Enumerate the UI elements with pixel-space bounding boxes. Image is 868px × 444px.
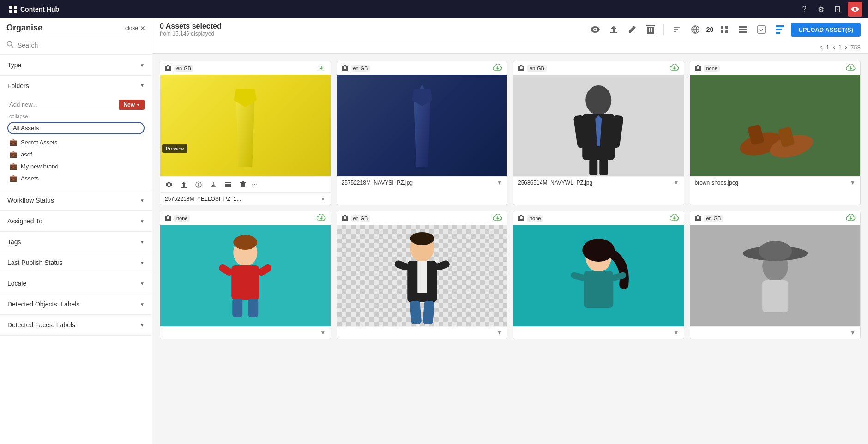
- prev-page-button[interactable]: ‹: [819, 43, 824, 51]
- chevron-down-icon: ▼: [140, 240, 145, 245]
- asset-meta: en-GB: [695, 215, 723, 222]
- asset-card-header: none: [160, 211, 331, 225]
- hover-delete-icon[interactable]: [237, 179, 249, 191]
- search-icon: [6, 41, 14, 50]
- chevron-down-icon: ▼: [140, 281, 145, 286]
- asset-card[interactable]: en-GB: [337, 211, 508, 339]
- asset-card-header: en-GB: [160, 61, 331, 75]
- cloud-icon: [846, 64, 856, 72]
- filter-publish-header[interactable]: Last Publish Status ▼: [0, 252, 152, 273]
- folder-item-my-new-brand[interactable]: 💼 My new brand: [7, 160, 145, 172]
- hover-list-icon[interactable]: [222, 179, 234, 191]
- globe-icon[interactable]: [688, 22, 703, 37]
- asset-image: [160, 225, 331, 326]
- asset-card[interactable]: en-GB: [513, 61, 684, 205]
- view-count: 20: [706, 26, 714, 33]
- hover-info-icon[interactable]: [193, 179, 205, 191]
- filter-folders: Folders ▲ New ▼ collapse All Assets 💼: [0, 76, 152, 190]
- filter-objects-header[interactable]: Detected Objects: Labels ▼: [0, 294, 152, 314]
- svg-rect-46: [410, 300, 422, 324]
- list-view-icon[interactable]: [735, 22, 750, 37]
- asset-image: [513, 225, 684, 326]
- svg-point-41: [410, 232, 434, 245]
- help-icon[interactable]: ?: [798, 3, 811, 16]
- folder-item-assets[interactable]: 💼 Assets: [7, 172, 145, 184]
- footer-chevron-icon[interactable]: ▼: [497, 330, 502, 336]
- filter-faces-label: Detected Faces: Labels: [7, 321, 75, 329]
- footer-chevron-icon[interactable]: ▼: [320, 196, 326, 202]
- prev-arrow[interactable]: ‹: [831, 43, 836, 51]
- locale-badge: en-GB: [527, 65, 547, 72]
- hover-preview-icon[interactable]: [163, 179, 175, 191]
- asset-card[interactable]: none brown-shoes.jpeg: [690, 61, 861, 205]
- filter-faces-header[interactable]: Detected Faces: Labels ▼: [0, 315, 152, 335]
- filter-type-header[interactable]: Type ▼: [0, 55, 152, 75]
- close-icon: ✕: [140, 24, 145, 32]
- settings-icon[interactable]: ⚙: [814, 3, 827, 16]
- filter-tags-header[interactable]: Tags ▼: [0, 232, 152, 252]
- hover-upload-icon[interactable]: [178, 179, 190, 191]
- footer-chevron-icon[interactable]: ▼: [497, 180, 502, 186]
- asset-footer: 25752218M_NAVYSI_PZ.jpg ▼: [337, 176, 507, 189]
- asset-card-header: none: [690, 61, 861, 75]
- asset-card[interactable]: en-GB: [337, 61, 508, 205]
- folder-item-asdf[interactable]: 💼 asdf: [7, 148, 145, 160]
- asset-card[interactable]: none: [160, 211, 331, 339]
- svg-point-22: [585, 85, 611, 115]
- upload-toolbar-icon[interactable]: [606, 22, 621, 37]
- filter-view-icon[interactable]: [772, 22, 787, 37]
- filter-workflow-label: Workflow Status: [7, 197, 54, 204]
- sidebar-header: Organise close ✕: [0, 18, 152, 36]
- asset-card[interactable]: en-GB: [690, 211, 861, 339]
- filter-locale-header[interactable]: Locale ▼: [0, 273, 152, 294]
- footer-chevron-icon[interactable]: ▼: [850, 180, 856, 186]
- asset-image: [337, 75, 507, 176]
- filter-assigned: Assigned To ▼: [0, 211, 152, 232]
- filter-locale-label: Locale: [7, 280, 26, 287]
- asset-card[interactable]: none: [513, 211, 684, 339]
- upload-button[interactable]: UPLOAD ASSET(S): [791, 23, 861, 37]
- asset-image: [160, 75, 331, 176]
- filter-assigned-header[interactable]: Assigned To ▼: [0, 211, 152, 231]
- svg-rect-51: [570, 271, 586, 282]
- content-toolbar: 0 Assets selected from 15,146 displayed: [152, 18, 868, 41]
- folder-item-all-assets[interactable]: All Assets: [7, 122, 145, 134]
- asset-name: 25752218M_NAVYSI_PZ.jpg: [342, 180, 495, 186]
- search-input[interactable]: [18, 42, 145, 49]
- sort-icon[interactable]: [669, 22, 684, 37]
- asset-name: 25686514M_NAVYWL_PZ.jpg: [518, 180, 672, 186]
- edit-toolbar-icon[interactable]: [625, 22, 639, 37]
- collapse-link[interactable]: collapse: [7, 114, 145, 122]
- hover-download-icon[interactable]: [207, 179, 219, 191]
- export-icon[interactable]: [831, 3, 844, 16]
- checkbox-view-icon[interactable]: [754, 22, 769, 37]
- footer-chevron-icon[interactable]: ▼: [674, 330, 679, 336]
- folder-icon: 💼: [9, 174, 17, 182]
- footer-chevron-icon[interactable]: ▼: [850, 330, 856, 336]
- asset-card-header: en-GB: [337, 61, 507, 75]
- close-button[interactable]: close ✕: [125, 24, 145, 32]
- grid-view-icon[interactable]: [717, 22, 732, 37]
- asset-meta: none: [695, 65, 720, 72]
- asset-image: [337, 225, 507, 326]
- svg-rect-38: [232, 299, 242, 317]
- delete-toolbar-icon[interactable]: [643, 22, 658, 37]
- next-arrow[interactable]: ›: [844, 43, 849, 51]
- hover-more-icon[interactable]: ···: [252, 180, 258, 189]
- filter-workflow-header[interactable]: Workflow Status ▼: [0, 190, 152, 210]
- asset-meta: en-GB: [518, 65, 547, 72]
- svg-line-1: [12, 46, 14, 48]
- folder-item-secret-assets[interactable]: 💼 Secret Assets: [7, 136, 145, 148]
- eye-button[interactable]: [848, 2, 862, 17]
- cloud-icon: [493, 64, 502, 72]
- asset-card[interactable]: en-GB: [160, 61, 331, 205]
- filter-folders-header[interactable]: Folders ▲: [0, 76, 152, 96]
- svg-rect-4: [725, 26, 728, 29]
- folder-add-input[interactable]: [7, 100, 119, 109]
- svg-rect-26: [589, 159, 597, 175]
- new-folder-button[interactable]: New ▼: [119, 100, 145, 110]
- preview-toolbar-icon[interactable]: [588, 22, 603, 37]
- footer-chevron-icon[interactable]: ▼: [674, 180, 679, 186]
- footer-chevron-icon[interactable]: ▼: [320, 330, 326, 336]
- asset-grid: en-GB: [152, 54, 868, 444]
